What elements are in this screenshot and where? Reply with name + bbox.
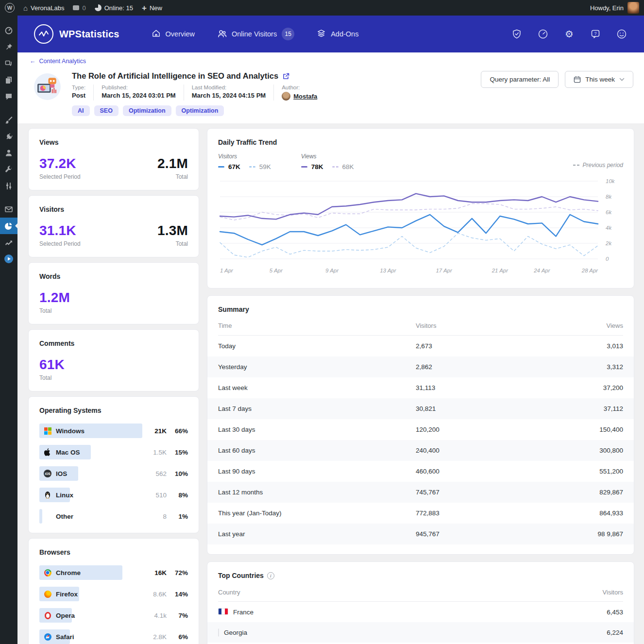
brand-name: WPStatistics	[59, 29, 119, 40]
sidebar-item-tools[interactable]	[0, 161, 17, 178]
back-arrow-icon: ←	[30, 58, 36, 65]
sidebar-item-posts[interactable]	[0, 39, 17, 55]
home-icon: ⌂	[23, 4, 28, 12]
legend-visitors[interactable]: Visitors 67K 59K	[218, 153, 276, 170]
usage-count: 562	[144, 470, 167, 477]
meta-modified: Last Modified: March 15, 2024 04:15 PM	[184, 85, 273, 101]
usage-count: 16K	[144, 569, 167, 576]
sidebar-item-dashboard[interactable]	[0, 22, 17, 39]
sidebar-item-plugins[interactable]	[0, 128, 17, 145]
usage-count: 4.1k	[144, 612, 167, 619]
usage-count: 8	[144, 513, 167, 520]
user-avatar[interactable]	[627, 2, 639, 14]
author-link[interactable]: Mostafa	[293, 93, 317, 100]
chrome-usage-row: Chrome16K72%	[39, 562, 188, 583]
daily-traffic-chart[interactable]: 02k4k6k8k10k1 Apr5 Apr9 Apr13 Apr17 Apr2…	[218, 175, 623, 278]
sidebar-item-settings[interactable]	[0, 178, 17, 194]
comments-total-value: 61K	[39, 357, 65, 373]
words-total-value: 1.2M	[39, 290, 70, 305]
svg-text:8k: 8k	[606, 194, 612, 200]
summary-time: Last 12 months	[218, 489, 416, 496]
breadcrumb[interactable]: ← Content Analytics	[30, 58, 86, 65]
sidebar-item-users[interactable]	[0, 145, 17, 161]
site-name-link[interactable]: ⌂ VeronaLabs	[23, 4, 64, 12]
summary-visitors: 120,200	[416, 426, 560, 433]
author-avatar	[282, 92, 290, 101]
usage-name: IOS	[56, 470, 67, 477]
summary-visitors: 240,400	[416, 447, 560, 454]
usage-name: Linux	[56, 491, 73, 499]
online-visitors-link[interactable]: Online: 15	[95, 4, 133, 12]
external-link-icon[interactable]	[283, 73, 289, 80]
sidebar-item-media[interactable]	[0, 55, 17, 72]
layers-icon	[317, 29, 326, 39]
summary-row: This year (Jan-Today)772,883864,933	[218, 503, 623, 524]
usage-name: Windows	[56, 427, 85, 435]
wordpress-logo-icon[interactable]: W	[5, 3, 15, 13]
sidebar-item-player[interactable]	[0, 251, 17, 267]
firefox-usage-row: Firefox8.6K14%	[39, 583, 188, 605]
sidebar-item-pages[interactable]	[0, 72, 17, 88]
info-icon[interactable]: i	[267, 572, 274, 579]
help-icon[interactable]: ?	[590, 28, 601, 40]
opera-icon	[44, 612, 51, 619]
summary-views: 37,112	[560, 405, 623, 412]
post-tag[interactable]: SEO	[94, 105, 119, 116]
nav-online-visitors[interactable]: Online Visitors 15	[217, 28, 294, 40]
shield-check-icon[interactable]	[511, 28, 523, 40]
overview-home-icon	[152, 29, 161, 39]
usage-count: 2.8K	[144, 633, 167, 641]
summary-views: 829,867	[560, 489, 623, 496]
usage-name: Other	[56, 513, 73, 520]
date-range-button[interactable]: This week	[565, 71, 633, 88]
sidebar-item-comments[interactable]	[0, 88, 17, 105]
sidebar-item-wp-statistics[interactable]	[0, 218, 17, 234]
summary-row: Yesterday2,8623,312	[207, 356, 634, 377]
summary-views: 37,200	[560, 384, 623, 391]
new-content-link[interactable]: + New	[142, 4, 162, 12]
nav-add-ons[interactable]: Add-Ons	[317, 28, 358, 40]
nav-add-ons-label: Add-Ons	[331, 30, 358, 38]
summary-time: Last 60 days	[218, 447, 416, 454]
post-tag[interactable]: AI	[72, 105, 90, 116]
pie-chart-icon	[4, 221, 13, 230]
post-tag[interactable]: Optimization	[176, 105, 224, 116]
sidebar-item-mail[interactable]	[0, 201, 17, 218]
country-visitors: 6,453	[607, 609, 623, 616]
summary-visitors: 2,862	[416, 363, 560, 371]
new-label: New	[150, 4, 162, 12]
pie-icon	[95, 4, 102, 11]
sidebar-item-analytics[interactable]	[0, 234, 17, 251]
query-parameter-button[interactable]: Query parameter: All	[481, 71, 559, 88]
countries-table-body: France6,453Georgia6,224	[218, 602, 623, 643]
comments-link[interactable]: 0	[73, 4, 85, 12]
usage-pct: 14%	[167, 591, 188, 598]
howdy-user-link[interactable]: Howdy, Erin	[590, 4, 624, 12]
ge-flag-icon	[218, 629, 219, 636]
daily-traffic-card: Daily Traffic Trend Visitors 67K 59K Vie…	[207, 128, 634, 288]
summary-time: Yesterday	[218, 363, 416, 371]
summary-visitors: 31,113	[416, 384, 560, 391]
dash-swatch	[573, 165, 579, 166]
pages-icon	[4, 76, 13, 85]
legend-views[interactable]: Views 78K 68K	[301, 153, 359, 170]
top-countries-card: Top Countries i Country Visitors France6…	[207, 561, 634, 644]
sliders-icon	[4, 182, 13, 190]
svg-text:1 Apr: 1 Apr	[220, 268, 234, 273]
svg-text:17 Apr: 17 Apr	[436, 268, 453, 273]
brand[interactable]: WPStatistics	[34, 24, 119, 44]
nav-overview[interactable]: Overview	[152, 28, 195, 40]
gear-icon[interactable]: ⚙	[563, 28, 575, 40]
chart-legend: Visitors 67K 59K Views 78K 68K	[218, 153, 623, 170]
sidebar-item-appearance[interactable]	[0, 112, 17, 128]
summary-row: Last 12 months745,767829,867	[207, 482, 634, 503]
speedometer-icon[interactable]	[537, 28, 549, 40]
post-tag[interactable]: Optimization	[123, 105, 171, 116]
views-previous-swatch	[332, 166, 339, 168]
smiley-icon[interactable]	[616, 28, 627, 40]
visitors-people-icon	[217, 29, 227, 40]
svg-text:0: 0	[606, 256, 609, 262]
post-header-band: ← Content Analytics The Role of Artifici…	[17, 52, 644, 123]
summary-time: Last year	[218, 530, 416, 538]
svg-text:28 Apr: 28 Apr	[581, 268, 599, 273]
